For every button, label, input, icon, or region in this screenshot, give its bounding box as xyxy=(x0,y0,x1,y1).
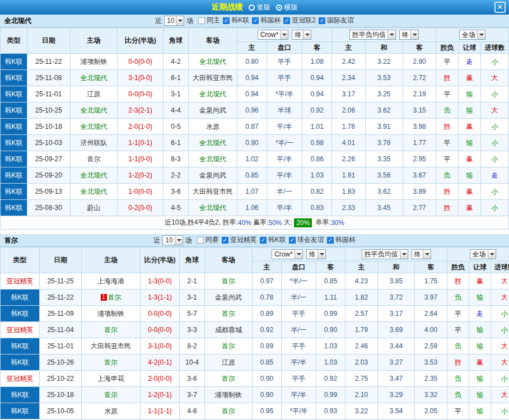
date-cell: 25-10-26 xyxy=(40,354,82,371)
date-cell: 25-10-03 xyxy=(27,135,71,151)
col-handicap: 盘口 xyxy=(267,42,302,54)
avg-away-cell: 1.77 xyxy=(403,135,436,151)
avg-draw-cell: 3.22 xyxy=(365,54,403,70)
avg-away-cell: 3.97 xyxy=(415,290,447,306)
filter-checkbox[interactable]: 韩国杯 xyxy=(327,235,356,245)
date-cell: 25-10-18 xyxy=(40,387,82,403)
score-cell: 1-1(0-1) xyxy=(118,135,164,151)
recent-count-select[interactable]: 10 xyxy=(164,16,184,26)
filter-checkbox-label: 韩K联 xyxy=(268,235,286,245)
league-cell: 韩K联 xyxy=(1,54,27,70)
team-name: 全北现代 xyxy=(0,16,36,26)
odds-away-cell: 0.86 xyxy=(302,151,332,167)
avg-odds-select[interactable]: 胜平负均值 xyxy=(362,249,408,259)
odds-away-cell: 1.03 xyxy=(316,338,345,354)
odds-company-select[interactable]: Crow* xyxy=(258,30,289,40)
recent-count-select[interactable]: 10 xyxy=(162,235,183,245)
filter-checkbox-label: 韩国杯 xyxy=(335,235,356,245)
winloss-cell: 胜 xyxy=(436,119,459,135)
winloss-cell: 胜 xyxy=(436,184,459,200)
winloss-cell: 负 xyxy=(447,371,469,387)
odds-final-value: 终 xyxy=(309,250,317,259)
winloss-cell: 负 xyxy=(447,338,469,354)
games-label: 场 xyxy=(185,236,192,245)
goals-cell: 小 xyxy=(480,54,508,70)
avg-home-cell: 2.34 xyxy=(332,70,365,86)
score-cell: 0-0(0-0) xyxy=(118,86,164,102)
odds-away-cell: 0.94 xyxy=(302,86,332,102)
avg-draw-cell: 3.72 xyxy=(378,290,415,306)
goals-cell: 大 xyxy=(491,338,509,354)
radio-horizontal[interactable]: 横版 xyxy=(276,3,298,12)
team-name-text: 水原 xyxy=(104,407,118,415)
recent-count-value: 10 xyxy=(165,236,174,244)
games-label: 场 xyxy=(186,16,193,26)
filter-bar: 近 10 场 同主韩K联韩国杯亚冠联2国际友谊 xyxy=(0,16,509,26)
filter-checkbox[interactable]: 韩K联 xyxy=(223,16,249,25)
avg-away-cell: 2.35 xyxy=(415,371,447,387)
odds-company-select[interactable]: Crow* xyxy=(272,249,303,259)
filter-checkbox[interactable]: 同赛 xyxy=(197,235,219,245)
score-cell: 1-1(1-1) xyxy=(141,403,180,419)
odds-final-select[interactable]: 终 xyxy=(306,249,326,259)
winloss-cell: 胜 xyxy=(447,354,469,371)
date-cell: 25-10-22 xyxy=(40,371,82,387)
team-name-text: 江原 xyxy=(87,90,100,98)
away-team-cell: 大田韩亚市民 xyxy=(188,70,237,86)
avg-home-cell: 1.83 xyxy=(332,184,365,200)
winloss-cell: 平 xyxy=(447,306,469,322)
filter-checkbox[interactable]: 亚冠联2 xyxy=(283,16,316,25)
radio-vertical[interactable]: 竖版 xyxy=(249,3,270,12)
avg-draw-cell: 3.85 xyxy=(378,273,415,290)
avg-odds-select[interactable]: 胜平负均值 xyxy=(349,30,396,40)
recent-count-value: 10 xyxy=(167,17,176,25)
corner-cell: 10-4 xyxy=(180,354,205,371)
filter-checkbox[interactable]: 国际友谊 xyxy=(319,16,354,25)
table-row: 韩K联 25-11-01 大田韩亚市民 3-1(0-0) 8-2 首尔 0.89… xyxy=(1,338,509,354)
away-team-cell: 金泉尚武 xyxy=(205,290,253,306)
handicap-result-cell: 输 xyxy=(459,135,481,151)
team-name-text: 首尔 xyxy=(104,391,118,399)
odds-final-select[interactable]: 终 xyxy=(292,30,311,40)
avg-away-cell: 3.15 xyxy=(403,102,436,119)
handicap-cell: 平/半 xyxy=(267,119,302,135)
winloss-cell: 胜 xyxy=(436,70,459,86)
date-cell: 25-09-13 xyxy=(27,184,71,200)
avg-final-select[interactable]: 终 xyxy=(399,30,419,40)
odds-away-cell: 0.85 xyxy=(316,273,345,290)
filter-checkbox[interactable]: 同主 xyxy=(198,16,220,25)
filter-checkbox[interactable]: 韩K联 xyxy=(260,235,286,245)
handicap-result-cell: 赢 xyxy=(459,119,481,135)
avg-final-select[interactable]: 终 xyxy=(412,249,431,259)
avg-away-cell: 2.59 xyxy=(415,338,447,354)
date-cell: 25-11-22 xyxy=(27,54,71,70)
away-team-cell: 江原 xyxy=(205,354,253,371)
date-cell: 25-11-01 xyxy=(27,86,71,102)
odds-home-cell: 0.78 xyxy=(253,290,282,306)
scope-select[interactable]: 全场 xyxy=(470,249,496,259)
corner-cell: 3-1 xyxy=(180,290,205,306)
handicap-cell: 平手 xyxy=(267,54,302,70)
odds-home-cell: 0.80 xyxy=(237,54,267,70)
winloss-cell: 平 xyxy=(436,54,459,70)
team-name-text: 大田韩亚市民 xyxy=(193,188,233,195)
filter-checkbox[interactable]: 亚冠精英 xyxy=(222,235,257,245)
odds-away-cell: 0.92 xyxy=(316,371,345,387)
rows-body: 韩K联 25-11-22 浦项制铁 0-0(0-0) 4-2 全北现代 0.80… xyxy=(1,54,509,216)
filter-checkbox[interactable]: 韩国杯 xyxy=(252,16,281,25)
team-name-text: 江原 xyxy=(222,358,235,366)
close-icon[interactable]: ✕ xyxy=(494,2,506,13)
col-away: 客场 xyxy=(188,28,237,54)
chevron-down-icon xyxy=(488,250,496,259)
avg-draw-cell: 3.62 xyxy=(365,102,403,119)
odds-home-cell: 0.96 xyxy=(237,102,267,119)
table-row: 亚冠精英 25-11-25 上海海港 1-3(0-0) 2-1 首尔 0.97 … xyxy=(1,273,509,290)
winloss-cell: 平 xyxy=(436,135,459,151)
team-name-text: 首尔 xyxy=(222,342,235,350)
col-avg-draw: 和 xyxy=(378,262,415,273)
team-name-text: 浦项制铁 xyxy=(215,391,242,399)
odds-final-value: 终 xyxy=(295,30,303,40)
scope-select[interactable]: 全场 xyxy=(459,30,485,40)
avg-home-cell: 2.42 xyxy=(332,54,365,70)
filter-checkbox[interactable]: 球会友谊 xyxy=(289,235,324,245)
